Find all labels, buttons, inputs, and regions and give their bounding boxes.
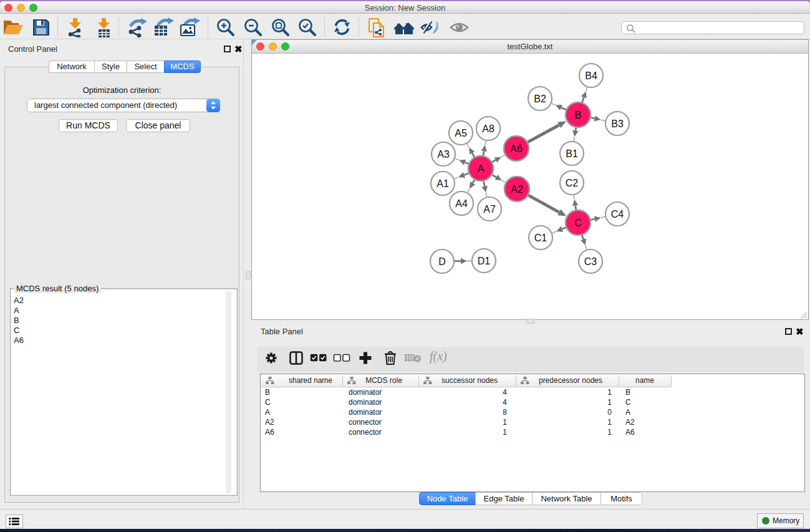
svg-text:D: D: [438, 256, 446, 267]
svg-text:B4: B4: [585, 70, 597, 81]
svg-text:A7: A7: [483, 204, 496, 215]
svg-text:B2: B2: [534, 94, 546, 104]
svg-text:A1: A1: [436, 178, 449, 189]
svg-text:A: A: [478, 163, 485, 174]
svg-text:C: C: [574, 218, 582, 228]
svg-text:C2: C2: [566, 178, 579, 188]
svg-text:A6: A6: [510, 143, 523, 154]
svg-text:A8: A8: [482, 123, 494, 134]
svg-text:A2: A2: [511, 184, 523, 195]
svg-text:A4: A4: [455, 198, 468, 209]
svg-text:C3: C3: [584, 256, 597, 267]
svg-text:B1: B1: [566, 148, 578, 159]
svg-text:A3: A3: [437, 149, 450, 160]
svg-text:A5: A5: [455, 128, 467, 138]
svg-text:D1: D1: [478, 256, 491, 266]
svg-text:B: B: [575, 110, 582, 120]
svg-text:C4: C4: [611, 209, 624, 220]
svg-text:C1: C1: [534, 233, 547, 243]
svg-text:B3: B3: [611, 118, 624, 129]
